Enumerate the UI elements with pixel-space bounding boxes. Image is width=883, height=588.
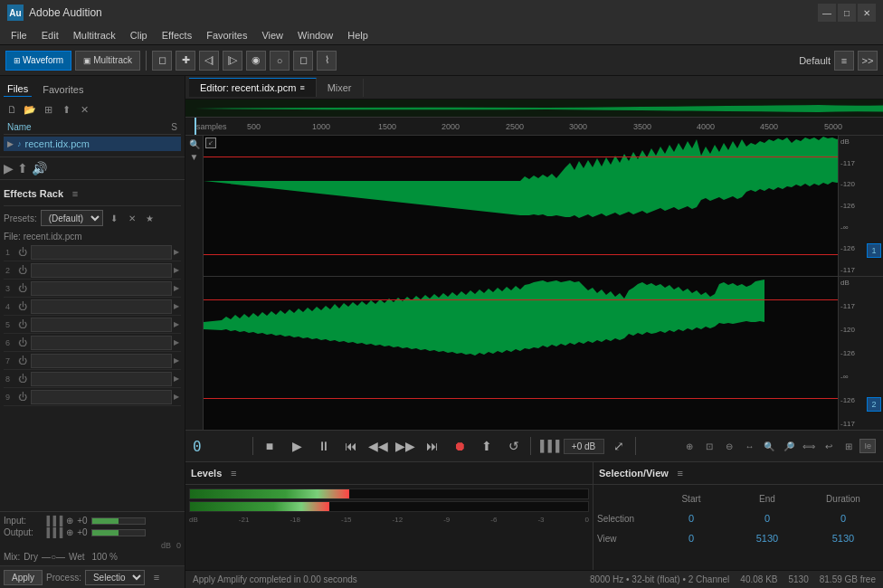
slot-4-arrow[interactable]: ▶ <box>174 302 179 310</box>
slot-8-content[interactable] <box>31 372 172 386</box>
preset-select[interactable]: (Default) <box>41 210 103 226</box>
slot-6-arrow[interactable]: ▶ <box>174 338 179 346</box>
tool-brush[interactable]: ◻ <box>293 51 313 71</box>
slot-9-power[interactable]: ⏻ <box>16 392 29 402</box>
menu-favorites[interactable]: Favorites <box>199 28 254 43</box>
mini-volume-button[interactable]: 🔊 <box>32 161 47 175</box>
slot-8-power[interactable]: ⏻ <box>16 374 29 384</box>
apply-button[interactable]: Apply <box>4 570 43 585</box>
slot-5-arrow[interactable]: ▶ <box>174 320 179 328</box>
multitrack-mode-button[interactable]: ▣ Multitrack <box>75 51 140 71</box>
ffwd-button[interactable]: ▶▶ <box>394 435 416 457</box>
tool-razor[interactable]: ✚ <box>176 51 195 71</box>
slot-1-arrow[interactable]: ▶ <box>174 248 179 256</box>
maximize-button[interactable]: □ <box>838 4 856 22</box>
slot-3-content[interactable] <box>31 281 172 296</box>
expand-button[interactable]: ⤢ <box>608 435 630 457</box>
menu-multitrack[interactable]: Multitrack <box>66 28 123 43</box>
new-file-button[interactable]: 🗋 <box>4 101 20 118</box>
tab-mixer[interactable]: Mixer <box>317 79 364 97</box>
tool-marquee[interactable]: ◻ <box>152 51 172 71</box>
minimize-button[interactable]: — <box>818 4 836 22</box>
slot-5-content[interactable] <box>31 318 172 332</box>
waveform-mode-button[interactable]: ⊞ Waveform <box>5 51 71 71</box>
menu-effects[interactable]: Effects <box>155 28 199 43</box>
level-bar-ch1-fill <box>190 489 349 498</box>
stop-button[interactable]: ■ <box>259 435 280 457</box>
slot-8-arrow[interactable]: ▶ <box>174 375 179 383</box>
file-item[interactable]: ▶ ♪ recent.idx.pcm <box>4 137 181 151</box>
zoom-fit-btn[interactable]: ↔ <box>740 437 758 455</box>
slot-3-arrow[interactable]: ▶ <box>174 284 179 292</box>
slot-5-power[interactable]: ⏻ <box>16 319 29 329</box>
slot-1-power[interactable]: ⏻ <box>16 247 29 257</box>
slot-4-content[interactable] <box>31 299 172 314</box>
slot-9-content[interactable] <box>31 390 172 404</box>
menu-help[interactable]: Help <box>340 28 375 43</box>
slot-7-power[interactable]: ⏻ <box>16 356 29 365</box>
grid-zoom-btn[interactable]: ⊞ <box>840 437 858 455</box>
tool-slip[interactable]: |▷ <box>223 51 242 71</box>
slot-9-arrow[interactable]: ▶ <box>174 393 179 401</box>
zoom-out-2-btn[interactable]: 🔎 <box>780 437 798 455</box>
slot-4-power[interactable]: ⏻ <box>16 301 29 311</box>
undo-zoom-btn[interactable]: ↩ <box>820 437 838 455</box>
grid-view-button[interactable]: ⊞ <box>40 101 56 118</box>
favorite-preset-button[interactable]: ★ <box>143 211 157 225</box>
tool-select[interactable]: ◉ <box>246 51 266 71</box>
loop-button[interactable]: ↺ <box>503 435 525 457</box>
output-plus-button[interactable]: ⊕ <box>66 527 73 537</box>
menu-window[interactable]: Window <box>290 28 340 43</box>
zoom-in-btn[interactable]: ⊕ <box>680 437 698 455</box>
open-file-button[interactable]: 📂 <box>22 101 38 118</box>
delete-file-button[interactable]: ✕ <box>76 101 92 118</box>
tool-lasso[interactable]: ○ <box>270 51 290 71</box>
tool-move[interactable]: ◁| <box>199 51 219 71</box>
workspace-menu-button[interactable]: ≡ <box>834 51 854 71</box>
minimap[interactable] <box>185 100 883 118</box>
delete-preset-button[interactable]: ✕ <box>125 211 139 225</box>
close-button[interactable]: ✕ <box>858 4 876 22</box>
process-dropdown[interactable]: Selectio <box>85 570 145 585</box>
slot-2-arrow[interactable]: ▶ <box>174 266 179 274</box>
slot-7-content[interactable] <box>31 354 172 368</box>
menu-view[interactable]: View <box>254 28 290 43</box>
slot-2-content[interactable] <box>31 263 172 278</box>
menu-edit[interactable]: Edit <box>34 28 66 43</box>
process-list-button[interactable]: ≡ <box>148 569 165 585</box>
pause-button[interactable]: ⏸ <box>313 435 335 457</box>
slot-3-power[interactable]: ⏻ <box>16 283 29 293</box>
slot-2-power[interactable]: ⏻ <box>16 265 29 275</box>
zoom-selection-btn[interactable]: ⊡ <box>700 437 718 455</box>
slot-6-content[interactable] <box>31 336 172 350</box>
slot-1-content[interactable] <box>31 245 172 260</box>
to-end-button[interactable]: ⏭ <box>422 435 443 457</box>
editor-tab-main[interactable]: Editor: recent.idx.pcm ≡ <box>189 78 317 97</box>
effects-menu-button[interactable]: ≡ <box>67 185 83 202</box>
zoom-time-btn[interactable]: ⟺ <box>800 437 818 455</box>
input-plus-button[interactable]: ⊕ <box>66 516 73 526</box>
mini-export-button[interactable]: ⬆ <box>17 161 28 175</box>
filter-btn[interactable]: ▼ <box>190 152 199 162</box>
levels-menu-button[interactable]: ≡ <box>225 465 242 481</box>
selection-menu-button[interactable]: ≡ <box>672 465 688 481</box>
zoom-in-2-btn[interactable]: 🔍 <box>760 437 778 455</box>
mini-play-button[interactable]: ▶ <box>4 161 14 175</box>
slot-7-arrow[interactable]: ▶ <box>174 356 179 365</box>
tab-files[interactable]: Files <box>4 81 32 97</box>
record-button[interactable]: ⏺ <box>449 435 470 457</box>
toolbar-overflow-button[interactable]: >> <box>858 51 878 71</box>
zoom-out-btn[interactable]: ⊖ <box>720 437 738 455</box>
to-start-button[interactable]: ⏮ <box>340 435 362 457</box>
play-button[interactable]: ▶ <box>286 435 308 457</box>
menu-file[interactable]: File <box>4 28 34 43</box>
tab-favorites[interactable]: Favorites <box>39 82 87 97</box>
zoom-in-left-btn[interactable]: 🔍 <box>189 139 200 149</box>
slot-6-power[interactable]: ⏻ <box>16 337 29 347</box>
tool-eraser[interactable]: ⌇ <box>317 51 337 71</box>
export-transport-button[interactable]: ⬆ <box>476 435 498 457</box>
save-preset-button[interactable]: ⬇ <box>107 211 121 225</box>
menu-clip[interactable]: Clip <box>123 28 155 43</box>
rewind-button[interactable]: ◀◀ <box>367 435 389 457</box>
upload-button[interactable]: ⬆ <box>58 101 74 118</box>
